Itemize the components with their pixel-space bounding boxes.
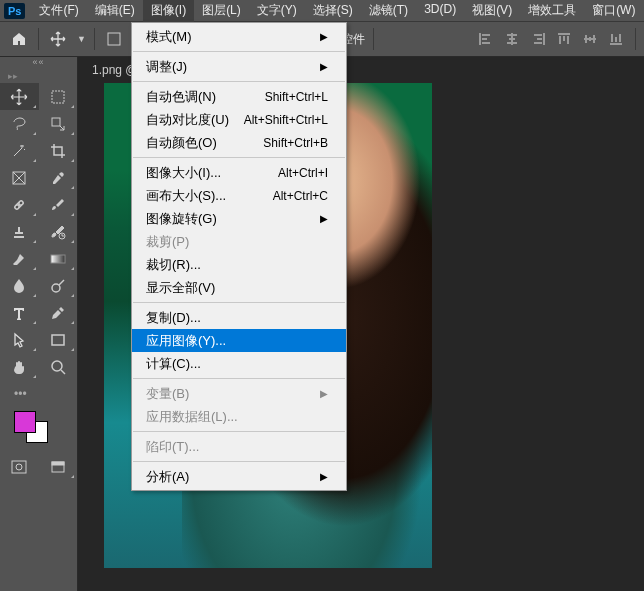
menu-item-9[interactable]: 画布大小(S)...Alt+Ctrl+C (132, 184, 346, 207)
auto-select-checkbox[interactable] (103, 28, 125, 50)
align-right-icon[interactable] (527, 29, 549, 49)
magic-wand-tool[interactable] (0, 137, 39, 164)
menu-item-label: 计算(C)... (146, 355, 201, 373)
ps-logo: Ps (4, 3, 25, 19)
menu-9[interactable]: 增效工具 (520, 0, 584, 22)
align-bottom-icon[interactable] (605, 29, 627, 49)
menu-item-2[interactable]: 调整(J)▶ (132, 55, 346, 78)
stamp-tool[interactable] (0, 218, 39, 245)
menu-shortcut: Alt+Shift+Ctrl+L (244, 113, 328, 127)
home-icon[interactable] (8, 28, 30, 50)
menubar: Ps 文件(F)编辑(E)图像(I)图层(L)文字(Y)选择(S)滤镜(T)3D… (0, 0, 644, 22)
blur-tool[interactable] (0, 272, 39, 299)
svg-point-7 (52, 284, 60, 292)
menu-3[interactable]: 图层(L) (194, 0, 249, 22)
menu-item-label: 复制(D)... (146, 309, 201, 327)
crop-tool[interactable] (39, 137, 78, 164)
menu-2[interactable]: 图像(I) (143, 0, 194, 22)
menu-item-label: 变量(B) (146, 385, 189, 403)
menu-item-13[interactable]: 显示全部(V) (132, 276, 346, 299)
quick-mask-tool[interactable] (0, 453, 39, 480)
menu-shortcut: Shift+Ctrl+B (263, 136, 328, 150)
menu-item-10[interactable]: 图像旋转(G)▶ (132, 207, 346, 230)
submenu-arrow-icon: ▶ (320, 61, 328, 72)
tools-panel: «« ▸▸ ••• (0, 57, 78, 591)
zoom-tool[interactable] (39, 353, 78, 380)
panel-collapse-handle[interactable]: «« (0, 57, 77, 71)
lasso-tool[interactable] (0, 110, 39, 137)
submenu-arrow-icon: ▶ (320, 31, 328, 42)
menu-6[interactable]: 滤镜(T) (361, 0, 416, 22)
edit-toolbar[interactable]: ••• (0, 380, 77, 407)
menu-1[interactable]: 编辑(E) (87, 0, 143, 22)
menu-item-5[interactable]: 自动对比度(U)Alt+Shift+Ctrl+L (132, 108, 346, 131)
image-menu-dropdown: 模式(M)▶调整(J)▶自动色调(N)Shift+Ctrl+L自动对比度(U)A… (131, 22, 347, 491)
menu-separator (133, 302, 345, 303)
menu-item-label: 自动颜色(O) (146, 134, 217, 152)
frame-tool[interactable] (0, 164, 39, 191)
menu-item-15[interactable]: 复制(D)... (132, 306, 346, 329)
pen-tool[interactable] (39, 299, 78, 326)
svg-rect-8 (52, 335, 64, 345)
menu-item-24[interactable]: 分析(A)▶ (132, 465, 346, 488)
menu-item-12[interactable]: 裁切(R)... (132, 253, 346, 276)
menu-item-20: 应用数据组(L)... (132, 405, 346, 428)
marquee-tool[interactable] (39, 83, 78, 110)
menu-shortcut: Shift+Ctrl+L (265, 90, 328, 104)
align-left-icon[interactable] (475, 29, 497, 49)
menu-7[interactable]: 3D(D) (416, 0, 464, 22)
menu-separator (133, 51, 345, 52)
type-tool[interactable] (0, 299, 39, 326)
menu-item-8[interactable]: 图像大小(I)...Alt+Ctrl+I (132, 161, 346, 184)
align-vcenter-icon[interactable] (579, 29, 601, 49)
history-brush-tool[interactable] (39, 218, 78, 245)
submenu-arrow-icon: ▶ (320, 471, 328, 482)
menu-8[interactable]: 视图(V) (464, 0, 520, 22)
menu-item-4[interactable]: 自动色调(N)Shift+Ctrl+L (132, 85, 346, 108)
path-select-tool[interactable] (0, 326, 39, 353)
svg-rect-6 (51, 255, 65, 263)
dodge-tool[interactable] (39, 272, 78, 299)
menu-shortcut: Alt+Ctrl+I (278, 166, 328, 180)
menu-0[interactable]: 文件(F) (31, 0, 86, 22)
move-tool-icon[interactable] (47, 28, 69, 50)
menu-item-22: 陷印(T)... (132, 435, 346, 458)
eyedropper-tool[interactable] (39, 164, 78, 191)
menu-item-16[interactable]: 应用图像(Y)... (132, 329, 346, 352)
menu-shortcut: Alt+Ctrl+C (273, 189, 328, 203)
menu-item-17[interactable]: 计算(C)... (132, 352, 346, 375)
menu-item-label: 自动对比度(U) (146, 111, 229, 129)
menu-item-label: 裁剪(P) (146, 233, 189, 251)
menu-item-label: 裁切(R)... (146, 256, 201, 274)
selection-tool[interactable] (39, 110, 78, 137)
hand-tool[interactable] (0, 353, 39, 380)
move-tool[interactable] (0, 83, 39, 110)
svg-point-9 (52, 361, 62, 371)
menu-5[interactable]: 选择(S) (305, 0, 361, 22)
svg-rect-0 (108, 33, 120, 45)
menu-4[interactable]: 文字(Y) (249, 0, 305, 22)
gradient-tool[interactable] (39, 245, 78, 272)
submenu-arrow-icon: ▶ (320, 388, 328, 399)
menu-item-19: 变量(B)▶ (132, 382, 346, 405)
healing-tool[interactable] (0, 191, 39, 218)
menu-item-label: 陷印(T)... (146, 438, 199, 456)
svg-point-11 (16, 464, 22, 470)
menu-separator (133, 157, 345, 158)
color-swatches[interactable] (0, 407, 77, 447)
menu-separator (133, 81, 345, 82)
menu-separator (133, 378, 345, 379)
menu-item-6[interactable]: 自动颜色(O)Shift+Ctrl+B (132, 131, 346, 154)
align-hcenter-icon[interactable] (501, 29, 523, 49)
eraser-tool[interactable] (0, 245, 39, 272)
menu-10[interactable]: 窗口(W) (584, 0, 643, 22)
align-top-icon[interactable] (553, 29, 575, 49)
screen-mode-tool[interactable] (39, 453, 78, 480)
shape-tool[interactable] (39, 326, 78, 353)
svg-rect-13 (52, 462, 64, 465)
menu-separator (133, 431, 345, 432)
menu-item-0[interactable]: 模式(M)▶ (132, 25, 346, 48)
menu-item-label: 画布大小(S)... (146, 187, 226, 205)
brush-tool[interactable] (39, 191, 78, 218)
foreground-color-swatch[interactable] (14, 411, 36, 433)
